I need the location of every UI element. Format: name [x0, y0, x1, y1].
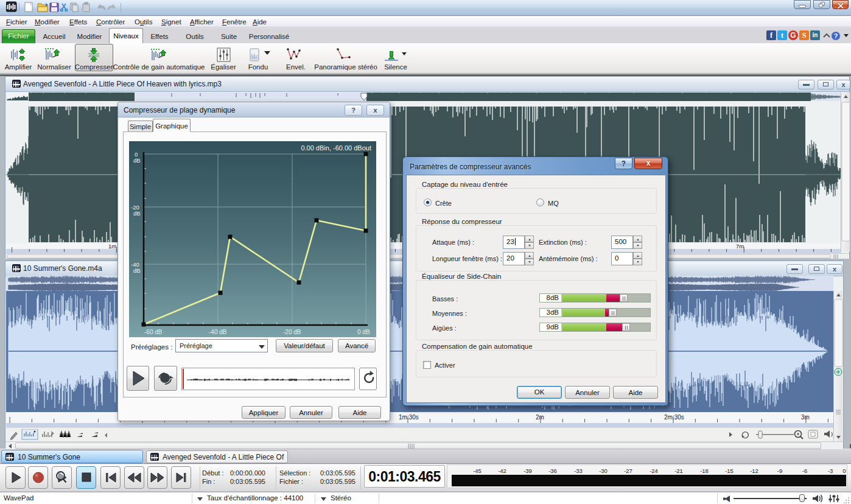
svg-text:0 dB: 0 dB — [357, 329, 370, 335]
svg-text:dB: dB — [133, 210, 141, 217]
svg-text:-40 dB: -40 dB — [209, 329, 227, 335]
svg-text:1m:30s: 1m:30s — [399, 414, 419, 421]
svg-text:1m: 1m — [108, 243, 116, 250]
svg-text:2m:30s: 2m:30s — [664, 414, 684, 421]
svg-text:dB: dB — [133, 267, 141, 274]
svg-text:?: ? — [834, 32, 838, 40]
svg-text:2m: 2m — [536, 414, 544, 421]
svg-text:7m: 7m — [736, 243, 744, 250]
svg-text:-60 dB: -60 dB — [144, 329, 163, 335]
svg-text:3m: 3m — [801, 414, 810, 421]
svg-text:dB: dB — [133, 157, 141, 164]
svg-text:-20 dB: -20 dB — [283, 329, 301, 335]
svg-text:0.00 dBin, -60.00 dBout: 0.00 dBin, -60.00 dBout — [301, 144, 371, 152]
